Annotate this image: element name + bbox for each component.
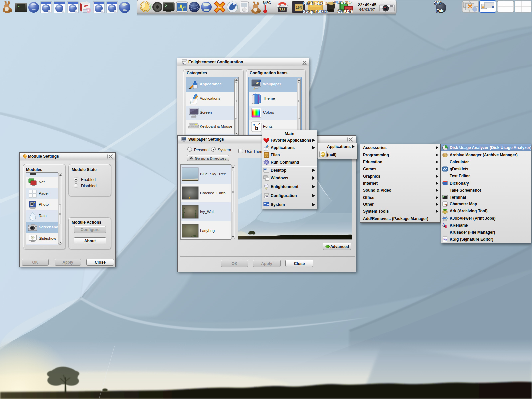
svg-text:23 Kb/s: 23 Kb/s — [338, 9, 353, 14]
svg-text:04/03/07: 04/03/07 — [359, 8, 375, 12]
svg-text:22:49:45: 22:49:45 — [358, 3, 376, 8]
svg-text:Swap: 1.68%: Swap: 1.68% — [303, 9, 327, 14]
svg-text:9°C: 9°C — [434, 0, 441, 5]
svg-text:Real: 64.36%: Real: 64.36% — [303, 1, 329, 6]
svg-text:B: B — [445, 224, 447, 228]
svg-text:733: 733 — [279, 8, 285, 12]
svg-text:Fair: Fair — [436, 9, 444, 13]
svg-text:16%: 16% — [296, 6, 302, 10]
svg-text:Sig: Sig — [443, 238, 447, 241]
svg-text:chat: chat — [217, 6, 223, 9]
svg-text:6 Kb/s: 6 Kb/s — [341, 1, 352, 5]
svg-text:b: b — [255, 125, 258, 131]
svg-text:a: a — [253, 122, 255, 127]
svg-text:uq: uq — [444, 202, 447, 206]
svg-text:c: c — [258, 123, 260, 126]
svg-text:64°C: 64°C — [263, 1, 271, 5]
